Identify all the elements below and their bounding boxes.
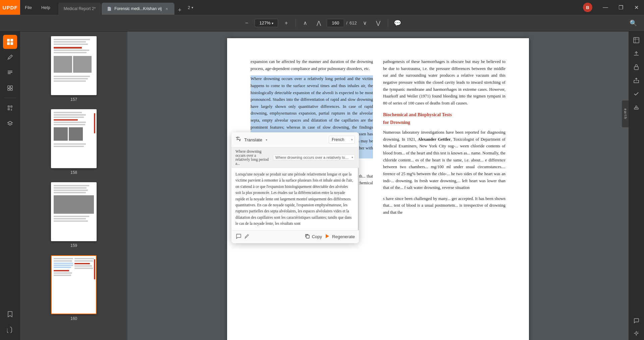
thumbnail-158[interactable]: 158 [20, 105, 127, 178]
toolbar-separator-1 [296, 19, 296, 27]
biochem-section-heading: Biochemical and Biophysical Testsfor Dro… [383, 111, 505, 126]
menu-file[interactable]: File [20, 0, 37, 15]
zoom-out-button[interactable]: − [241, 18, 252, 28]
svg-rect-6 [8, 73, 11, 74]
translate-popup: Translate ▾ French Spanish German Italia… [231, 132, 359, 243]
tab-close-icon[interactable]: ✕ [164, 6, 169, 11]
challenged-text: s have since been challenged by many... … [383, 195, 505, 216]
left-sidebar [0, 31, 20, 340]
copy-label: Copy [312, 234, 322, 239]
toolbar-separator-2 [388, 19, 388, 27]
topbar: UPDF File Help Medical Report 2* 📄 Foren… [0, 0, 644, 15]
translate-dropdown-arrow: ▾ [266, 138, 267, 142]
toolbar: − 127% ▾ + ∧ ⋀ / 612 ∨ ⋁ 💬 🔍 [0, 15, 644, 31]
page-total: 612 [350, 20, 357, 25]
close-button[interactable]: ✕ [629, 0, 644, 15]
share-icon[interactable] [630, 74, 642, 86]
thumbnail-157[interactable]: 157 [20, 31, 127, 105]
layers-icon[interactable] [3, 116, 17, 130]
add-tab-button[interactable]: + [175, 5, 184, 15]
nav-prev-button[interactable]: ∧ [300, 18, 311, 28]
svg-rect-11 [11, 109, 12, 110]
page-separator: / [346, 20, 347, 25]
svg-rect-13 [634, 38, 639, 43]
svg-rect-1 [10, 39, 13, 42]
user-avatar[interactable]: B [578, 0, 598, 15]
annotation-icon[interactable] [3, 50, 17, 64]
thumbnail-panel: 157 158 [20, 31, 127, 340]
text-edit-icon[interactable] [3, 66, 17, 80]
thumbnail-160[interactable]: 160 [20, 251, 127, 324]
translate-icon [235, 136, 241, 143]
chat-action-icon[interactable] [235, 233, 241, 241]
menu-help[interactable]: Help [37, 0, 55, 15]
nav-next-button[interactable]: ∨ [360, 18, 370, 28]
pen-action-icon[interactable] [244, 233, 250, 240]
check-mark-icon[interactable] [630, 88, 642, 100]
svg-rect-15 [634, 108, 638, 109]
zoom-level-display[interactable]: 127% ▾ [255, 19, 278, 27]
upload-icon[interactable] [630, 48, 642, 60]
source-text-row: Where drowning occurs over a relatively … [231, 147, 359, 168]
tab-medical-report[interactable]: Medical Report 2* [58, 3, 101, 15]
stamp-icon[interactable] [630, 101, 642, 113]
attachment-icon[interactable] [3, 323, 17, 337]
tab-area: Medical Report 2* 📄 Forensic medi...Kris… [58, 0, 184, 15]
bookmark-icon[interactable] [3, 307, 17, 321]
svg-rect-12 [11, 110, 12, 111]
copy-button[interactable]: Copy [305, 233, 322, 240]
page-count-button[interactable]: 2 ▾ [184, 0, 197, 15]
source-dropdown[interactable]: Where drowning occurs over a relatively … [273, 154, 355, 160]
svg-point-16 [638, 332, 638, 332]
thumb-label-159: 159 [70, 243, 77, 248]
tab-forensic[interactable]: 📄 Forensic medi...Krishan vij ✕ [102, 3, 174, 15]
svg-rect-10 [10, 89, 12, 90]
maximize-button[interactable]: ❐ [613, 0, 629, 15]
edge-tab-label: earth [624, 109, 627, 120]
tab-label-medical: Medical Report 2* [64, 6, 96, 11]
page-organize-icon[interactable] [3, 81, 17, 95]
svg-marker-18 [326, 234, 329, 238]
nav-bottom-button[interactable]: ⋁ [373, 18, 384, 28]
lock-icon[interactable] [630, 61, 642, 73]
source-text: Where drowning occurs over a relatively … [235, 149, 271, 165]
svg-rect-4 [8, 71, 12, 71]
page-number-input[interactable] [327, 19, 344, 27]
updf-logo[interactable]: UPDF [0, 0, 20, 15]
svg-rect-17 [306, 235, 309, 238]
nav-top-button[interactable]: ⋀ [313, 18, 324, 28]
right-col-top-text: pathogenesis of these haemorrhages is ob… [383, 58, 505, 107]
thumb-label-158: 158 [70, 170, 77, 175]
main-content[interactable]: expansion can be affected by the manner … [127, 31, 629, 340]
zoom-in-button[interactable]: + [281, 18, 291, 28]
comment-button[interactable]: 💬 [392, 18, 403, 28]
right-sidebar [629, 31, 644, 340]
chat-icon[interactable] [630, 315, 642, 327]
language-select[interactable]: French Spanish German Italian English [329, 136, 355, 144]
ai-stars-icon[interactable] [630, 328, 642, 340]
source-dropdown-arrow: ▾ [352, 156, 353, 159]
svg-rect-0 [7, 39, 10, 42]
ocr-icon[interactable] [3, 101, 17, 115]
svg-rect-8 [10, 86, 12, 88]
thumbnail-view-icon[interactable] [3, 35, 17, 49]
minimize-button[interactable]: — [598, 0, 613, 15]
sidebar-separator [4, 98, 16, 98]
thumb-image-159 [51, 182, 97, 241]
biochem-section-body: Numerous laboratory investigations have … [383, 129, 505, 191]
language-select-wrap[interactable]: French Spanish German Italian English ▾ [329, 136, 355, 144]
right-column: pathogenesis of these haemorrhages is ob… [383, 58, 505, 216]
translate-popup-header: Translate ▾ French Spanish German Italia… [231, 132, 359, 147]
translate-popup-footer: Copy Regenerate [231, 230, 359, 243]
svg-rect-9 [8, 89, 10, 90]
regenerate-button[interactable]: Regenerate [325, 233, 355, 240]
regenerate-icon [325, 233, 330, 240]
edge-tab[interactable]: earth [622, 100, 629, 127]
search-button[interactable]: 🔍 [628, 18, 639, 28]
source-dropdown-text: Where drowning occurs over a relatively … [275, 155, 349, 159]
svg-rect-3 [10, 42, 13, 45]
thumbnail-159[interactable]: 159 [20, 178, 127, 251]
translate-label: Translate [244, 137, 262, 142]
export-table-icon[interactable] [630, 34, 642, 46]
tab-label-forensic: Forensic medi...Krishan vij [114, 6, 162, 11]
